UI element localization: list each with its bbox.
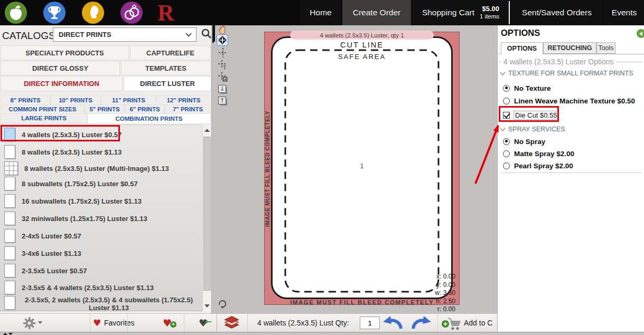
spray-section-header[interactable]: SPRAY SERVICES [501, 125, 565, 133]
toolbar-divider [437, 314, 438, 332]
move-tool-selected[interactable] [217, 34, 228, 46]
radio-pearl-spray[interactable]: Pearl Spray $2.00 [503, 161, 573, 170]
category-direct-luster[interactable]: DIRECT LUSTER [124, 76, 211, 91]
search-icon[interactable] [201, 28, 212, 41]
rotate-view-button[interactable] [217, 299, 228, 309]
section-header-label: TEXTURE FOR SMALL FORMAT PRINTS [508, 70, 633, 77]
group-title-text: 4 wallets (2.5x3.5) Luster Options [503, 58, 614, 66]
node-tool[interactable] [218, 72, 228, 82]
splitter-expand-icon[interactable] [212, 32, 215, 42]
undo-button[interactable] [381, 315, 404, 332]
collapse-panel-button[interactable] [637, 29, 644, 38]
catalog-dropdown[interactable]: DIRECT PRINTS [53, 27, 197, 42]
category-direct-information[interactable]: DIRECT INFORMATION [1, 76, 123, 91]
splitter-down-icon[interactable] [8, 333, 13, 335]
splitter-up-icon[interactable] [3, 333, 7, 335]
option-label: Pearl Spray $2.00 [514, 162, 573, 170]
add-to-cart-button[interactable] [442, 317, 462, 332]
bring-forward-tool[interactable]: ↑ [218, 97, 226, 104]
product-thumbnail-icon [4, 296, 15, 310]
toolbar-divider [217, 314, 217, 332]
redo-button[interactable] [410, 315, 433, 332]
scroll-up-icon[interactable] [204, 129, 210, 132]
list-item-2-3-5x5-4-wallets[interactable]: 2-3.5x5 & 4 wallets (2.5x3.5) Luster $1.… [0, 280, 202, 295]
list-item-8-wallets[interactable]: 8 wallets (2.5x3.5) Luster $1.13 [0, 144, 202, 160]
list-item-3-4x6[interactable]: 3-4x6 Luster $1.13 [0, 245, 202, 261]
gear-dropdown-arrow-icon[interactable] [38, 321, 42, 324]
quantity-input[interactable] [360, 317, 380, 329]
settings-gear-button[interactable] [23, 317, 35, 331]
tab-11in-prints[interactable]: 11" PRINTS [101, 95, 156, 105]
list-item-8-subwallets[interactable]: 8 subwallets (1.75x2.5) Luster $0.57 [0, 176, 202, 192]
tab-10in-prints[interactable]: 10" PRINTS [50, 95, 101, 105]
option-label: Matte Spray $2.00 [514, 150, 574, 158]
tab-7in-prints[interactable]: 7" PRINTS [165, 104, 211, 114]
toolbar-divider [127, 314, 128, 332]
apple-logo-icon[interactable] [5, 2, 27, 24]
list-item-2-4x5[interactable]: 2-4x5 Luster $0.57 [0, 228, 202, 244]
send-backward-tool[interactable]: ↓ [218, 85, 226, 93]
product-thumbnail-icon [4, 229, 15, 243]
list-item-2-3-5x5[interactable]: 2-3.5x5 Luster $0.57 [0, 263, 202, 279]
category-templates[interactable]: TEMPLATES [121, 61, 211, 75]
svg-text:T: T [223, 64, 226, 70]
r-monogram-logo[interactable]: R [152, 0, 180, 25]
tab-12in-prints[interactable]: 12" PRINTS [156, 95, 211, 105]
favorites-button[interactable]: Favorites [104, 319, 135, 327]
tab-common-print-sizes[interactable]: COMMON PRINT SIZES [1, 104, 85, 114]
tab-tools[interactable]: Tools [596, 42, 615, 54]
radio-linen-weave-texture[interactable]: Linen Weave Machine Texture $0.50 [503, 97, 635, 105]
radio-no-texture[interactable]: No Texture [503, 84, 551, 92]
nav-shopping-cart[interactable]: Shopping Cart $5.00 1 items [412, 0, 509, 25]
tab-large-prints[interactable]: LARGE PRINTS [1, 113, 87, 123]
item-tab-label[interactable]: 4 wallets (2.5x3.5) Luster, qty 1 [290, 31, 434, 40]
tab-options[interactable]: OPTIONS [501, 42, 543, 54]
option-label: No Spray [514, 138, 545, 146]
tab-combination-prints[interactable]: COMBINATION PRINTS [87, 113, 211, 124]
scroll-down-icon[interactable] [204, 304, 210, 308]
nav-create-order[interactable]: Create Order [342, 0, 411, 25]
list-item-2-3-5x5-combo[interactable]: 2-3.5x5, 2 wallets (2.5x3.5) & 4 subwall… [0, 296, 202, 311]
section-divider [501, 173, 641, 173]
rings-logo-icon[interactable] [120, 2, 143, 24]
product-thumbnail-icon [4, 246, 15, 260]
crop-crosshair-tool[interactable] [218, 47, 228, 58]
tab-retouching[interactable]: RETOUCHING [543, 42, 596, 54]
chevron-left-icon [639, 32, 642, 36]
portrait-logo-icon[interactable] [82, 2, 104, 24]
scrollbar-thumb[interactable] [203, 137, 211, 291]
radio-matte-spray[interactable]: Matte Spray $2.00 [503, 149, 574, 158]
category-specialty-products[interactable]: SPECIALTY PRODUCTS [1, 45, 129, 60]
radio-checked-icon [503, 138, 510, 145]
radio-checked-icon [503, 85, 510, 92]
catalogs-title: CATALOGS [2, 30, 55, 42]
layers-button[interactable] [224, 316, 239, 332]
checkbox-die-cut[interactable]: Die Cut $0.55 [503, 111, 558, 119]
category-direct-glossy[interactable]: DIRECT GLOSSY [1, 61, 120, 75]
nav-events[interactable]: Events [604, 0, 644, 25]
list-item-4-wallets[interactable]: 4 wallets (2.5x3.5) Luster $0.57 [0, 127, 202, 142]
texture-section-header[interactable]: TEXTURE FOR SMALL FORMAT PRINTS [501, 69, 633, 77]
nav-sent-saved-orders[interactable]: Sent/Saved Orders [510, 0, 603, 25]
coord-w: w: 3.50 [408, 289, 455, 298]
category-capturelife[interactable]: CAPTURELIFE [130, 45, 211, 60]
list-item-16-subwallets[interactable]: 16 subwallets (1.75x2.5) Luster $1.13 [0, 193, 202, 209]
trophy-logo-icon[interactable] [43, 2, 66, 24]
pan-tool[interactable] [218, 24, 228, 35]
list-item-8-wallets-multi[interactable]: 8 wallets (2.5x3.5) Luster (Multi-Image)… [0, 160, 202, 176]
safe-area-dashed-border [284, 49, 440, 293]
nav-home[interactable]: Home [300, 0, 341, 25]
catalog-dropdown-value: DIRECT PRINTS [59, 31, 111, 39]
plus-icon: + [170, 321, 176, 328]
tab-8in-prints[interactable]: 8" PRINTS [1, 95, 50, 105]
radio-no-spray[interactable]: No Spray [503, 137, 545, 146]
gear-icon [23, 317, 35, 329]
tab-6in-prints[interactable]: 6" PRINTS [125, 104, 165, 114]
option-label: No Texture [514, 84, 551, 92]
tab-5in-prints[interactable]: 5" PRINTS [85, 104, 125, 114]
product-list-scrollbar[interactable] [202, 125, 211, 311]
section-header-label: SPRAY SERVICES [508, 126, 565, 133]
text-tool[interactable]: T [218, 60, 228, 70]
list-item-32-miniwallets[interactable]: 32 miniwallets (1.25x1.75) Luster $1.13 [0, 210, 202, 226]
layers-icon [224, 316, 239, 331]
